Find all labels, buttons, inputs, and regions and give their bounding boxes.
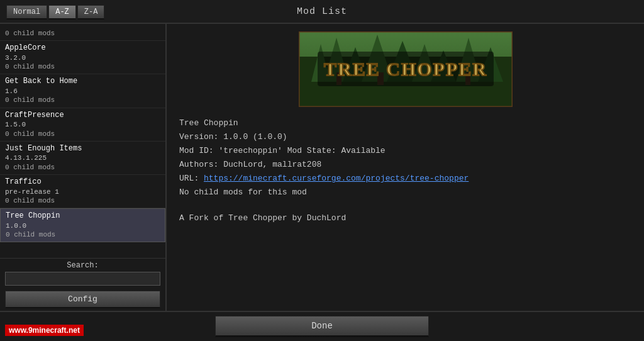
page-title: Mod List [297,6,347,17]
search-area: Search: [0,258,165,288]
mod-detail-name: Tree Choppin [179,116,631,130]
mod-detail-version: Version: 1.0.0 (1.0.0) [179,130,631,144]
mod-details: Tree Choppin Version: 1.0.0 (1.0.0) Mod … [179,116,631,200]
mod-name: Tree Choppin [6,211,160,221]
mod-detail-authors: Authors: DuchLord, mallrat208 [179,158,631,172]
config-button[interactable]: Config [5,291,160,308]
list-item[interactable]: CraftPresence 1.5.0 0 child mods [0,108,165,142]
mod-children: 0 child mods [5,62,160,71]
mod-children: 0 child mods [5,130,160,138]
mod-version: 3.2.0 [5,53,160,62]
sort-normal-button[interactable]: Normal [6,5,47,20]
mod-detail-modid: Mod ID: 'treechoppin' Mod State: Availab… [179,144,631,158]
list-item-selected[interactable]: Tree Choppin 1.0.0 0 child mods [0,208,165,242]
mod-name: Trafficо [5,177,160,187]
search-input[interactable] [5,272,160,286]
list-item[interactable]: AppleCore 3.2.0 0 child mods [0,41,165,74]
mod-children: 0 child mods [6,230,160,239]
bottom-bar: Done [0,311,644,341]
list-item[interactable]: Trafficо pre-release 1 0 child mods [0,175,165,208]
mod-version: 1.6 [5,87,160,96]
mod-version: pre-release 1 [5,187,160,196]
mod-description: A Fork of Tree Chopper by DuchLord [179,211,631,225]
mod-name: Get Back to Home [5,77,160,87]
sort-az-button[interactable]: A-Z [48,5,76,20]
left-panel: 0 child mods AppleCore 3.2.0 0 child mod… [0,24,167,311]
mod-url-link[interactable]: https://minecraft.curseforge.com/project… [204,174,469,183]
watermark: www.9minecraft.net [5,325,84,336]
mod-children: 0 child mods [5,163,160,172]
mod-name: Just Enough Items [5,144,160,154]
mod-children: 0 child mods [5,196,160,205]
svg-text:TREE CHOPPER: TREE CHOPPER [324,59,487,79]
mod-banner: TREE CHOPPER [179,31,631,107]
list-item[interactable]: Just Enough Items 4.13.1.225 0 child mod… [0,142,165,175]
list-item[interactable]: Get Back to Home 1.6 0 child mods [0,74,165,108]
mod-version: 1.5.0 [5,120,160,129]
mod-version: 1.0.0 [6,221,160,230]
mod-detail-children: No child mods for this mod [179,186,631,199]
mod-name: AppleCore [5,43,160,53]
mod-version: 4.13.1.225 [5,154,160,162]
content-area: 0 child mods AppleCore 3.2.0 0 child mod… [0,24,644,311]
sort-buttons-group: Normal A-Z Z-A [6,5,104,20]
header: Normal A-Z Z-A Mod List [0,0,644,24]
done-button[interactable]: Done [215,316,429,337]
banner-image: TREE CHOPPER [299,31,513,107]
search-label: Search: [5,261,160,270]
sort-za-button[interactable]: Z-A [77,5,105,20]
mod-children: 0 child mods [5,96,160,104]
mod-name: CraftPresence [5,111,160,121]
mod-detail-url-row: URL: https://minecraft.curseforge.com/pr… [179,172,631,186]
mod-children: 0 child mods [5,29,160,38]
mod-list[interactable]: 0 child mods AppleCore 3.2.0 0 child mod… [0,24,165,258]
right-panel: TREE CHOPPER Tree Choppin Version: 1.0.0… [167,24,644,311]
url-label: URL: [179,174,204,183]
list-item[interactable]: 0 child mods [0,26,165,41]
